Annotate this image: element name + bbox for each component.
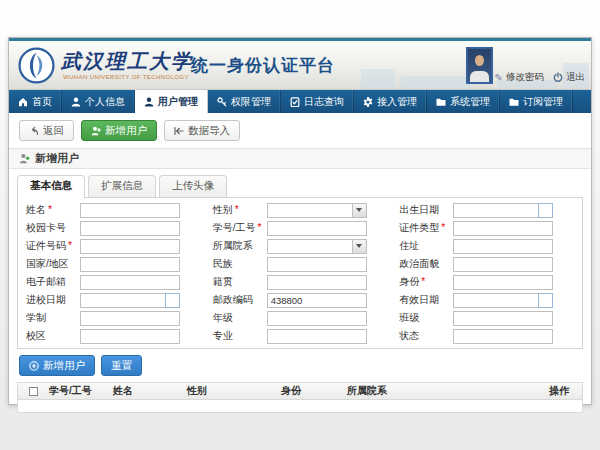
field-label-political-status: 政治面貌 [393, 257, 453, 271]
nav-item-profile[interactable]: 个人信息 [62, 90, 135, 113]
form-field-gender: 性别* [207, 201, 394, 219]
form-tabs: 基本信息扩展信息上传头像 [17, 175, 583, 198]
department-dropdown-button[interactable] [352, 239, 367, 254]
key-icon [217, 97, 227, 107]
reset-button[interactable]: 重置 [101, 355, 142, 376]
building-watermark [401, 76, 471, 89]
select-all-checkbox[interactable] [29, 387, 38, 396]
user-avatar[interactable] [466, 47, 493, 84]
name-input[interactable] [80, 203, 180, 218]
pencil-icon: ✎ [495, 72, 503, 83]
valid-date-date-widget [453, 293, 553, 308]
add-user-toolbar-label: 新增用户 [105, 124, 147, 138]
form-field-grade: 年级 [207, 309, 394, 327]
nav-item-system[interactable]: 系统管理 [427, 90, 500, 113]
study-length-input[interactable] [80, 311, 180, 326]
avatar-head [475, 55, 484, 66]
nav-item-label: 日志查询 [304, 95, 344, 109]
field-label-country: 国家/地区 [20, 257, 80, 271]
chevron-down-icon [356, 208, 362, 212]
postal-code-input[interactable] [267, 293, 367, 308]
birth-date-calendar-button[interactable] [538, 203, 553, 218]
address-input[interactable] [453, 239, 553, 254]
field-label-name: 姓名* [20, 203, 80, 217]
identity-input[interactable] [453, 275, 553, 290]
app-window: 武汉理工大学 WUHAN UNIVERSITY OF TECHNOLOGY 统一… [8, 37, 592, 405]
tab-extended-info[interactable]: 扩展信息 [88, 175, 156, 197]
nav-item-access[interactable]: 接入管理 [354, 90, 427, 113]
reset-button-label: 重置 [111, 359, 132, 373]
form-field-status: 状态 [393, 327, 580, 345]
section-header: 新增用户 [9, 148, 591, 169]
birth-date-input[interactable] [453, 203, 538, 218]
nav-item-label: 订阅管理 [523, 95, 563, 109]
id-type-input[interactable] [453, 221, 553, 236]
ethnicity-input[interactable] [267, 257, 367, 272]
form-field-admission-date: 进校日期 [20, 291, 207, 309]
gender-select-widget [267, 203, 367, 218]
tab-basic-info[interactable]: 基本信息 [17, 175, 85, 198]
form-field-postal-code: 邮政编码 [207, 291, 394, 309]
results-table-empty-row [18, 400, 582, 412]
admission-date-input[interactable] [80, 293, 165, 308]
department-input[interactable] [267, 239, 352, 254]
table-header-2: 性别 [182, 384, 276, 398]
arrow-back-icon [29, 126, 39, 136]
form-field-valid-date: 有效日期 [393, 291, 580, 309]
class-input[interactable] [453, 311, 553, 326]
platform-title: 统一身份认证平台 [191, 54, 335, 77]
form-field-birth-date: 出生日期 [393, 201, 580, 219]
nav-item-label: 系统管理 [450, 95, 490, 109]
campus-input[interactable] [80, 329, 180, 344]
header-links: ✎ 修改密码 退出 [495, 71, 585, 84]
major-input[interactable] [267, 329, 367, 344]
university-logo-icon [18, 47, 55, 84]
required-asterisk: * [235, 204, 239, 215]
admission-date-calendar-button[interactable] [165, 293, 180, 308]
grade-input[interactable] [267, 311, 367, 326]
valid-date-input[interactable] [453, 293, 538, 308]
university-name: 武汉理工大学 [61, 48, 193, 75]
table-header-4: 所属院系 [342, 384, 544, 398]
gender-input[interactable] [267, 203, 352, 218]
tab-upload-avatar[interactable]: 上传头像 [159, 175, 227, 197]
data-import-button[interactable]: 数据导入 [164, 120, 240, 141]
field-label-address: 住址 [393, 239, 453, 253]
political-status-input[interactable] [453, 257, 553, 272]
form-field-native-place: 籍贯 [207, 273, 394, 291]
form-field-major: 专业 [207, 327, 394, 345]
field-label-id-number: 证件号码* [20, 239, 80, 253]
native-place-input[interactable] [267, 275, 367, 290]
plus-circle-icon [29, 361, 39, 371]
back-button[interactable]: 返回 [19, 120, 74, 141]
nav-item-permissions[interactable]: 权限管理 [208, 90, 281, 113]
nav-item-subscription[interactable]: 订阅管理 [500, 90, 573, 113]
nav-item-logs[interactable]: 日志查询 [281, 90, 354, 113]
form-field-student-id: 学号/工号* [207, 219, 394, 237]
nav-item-home[interactable]: 首页 [9, 90, 62, 113]
campus-card-input[interactable] [80, 221, 180, 236]
student-id-input[interactable] [267, 221, 367, 236]
field-label-email: 电子邮箱 [20, 275, 80, 289]
person-plus-icon [91, 126, 101, 136]
change-password-link[interactable]: ✎ 修改密码 [495, 71, 544, 84]
form-field-id-number: 证件号码* [20, 237, 207, 255]
logout-link[interactable]: 退出 [553, 71, 585, 84]
form-field-name: 姓名* [20, 201, 207, 219]
gender-dropdown-button[interactable] [352, 203, 367, 218]
tab-label: 扩展信息 [101, 179, 143, 191]
field-label-status: 状态 [393, 329, 453, 343]
nav-bar: 首页个人信息用户管理权限管理日志查询接入管理系统管理订阅管理 [9, 90, 591, 113]
email-input[interactable] [80, 275, 180, 290]
change-password-label: 修改密码 [506, 71, 544, 84]
submit-add-user-button[interactable]: 新增用户 [19, 355, 95, 376]
results-table: 学号/工号姓名性别身份所属院系操作 [17, 382, 583, 413]
toolbar: 返回 新增用户 数据导入 [19, 120, 591, 141]
status-input[interactable] [453, 329, 553, 344]
id-number-input[interactable] [80, 239, 180, 254]
valid-date-calendar-button[interactable] [538, 293, 553, 308]
results-table-header: 学号/工号姓名性别身份所属院系操作 [18, 383, 582, 400]
nav-item-users[interactable]: 用户管理 [135, 90, 208, 113]
country-input[interactable] [80, 257, 180, 272]
add-user-toolbar-button[interactable]: 新增用户 [81, 120, 157, 141]
